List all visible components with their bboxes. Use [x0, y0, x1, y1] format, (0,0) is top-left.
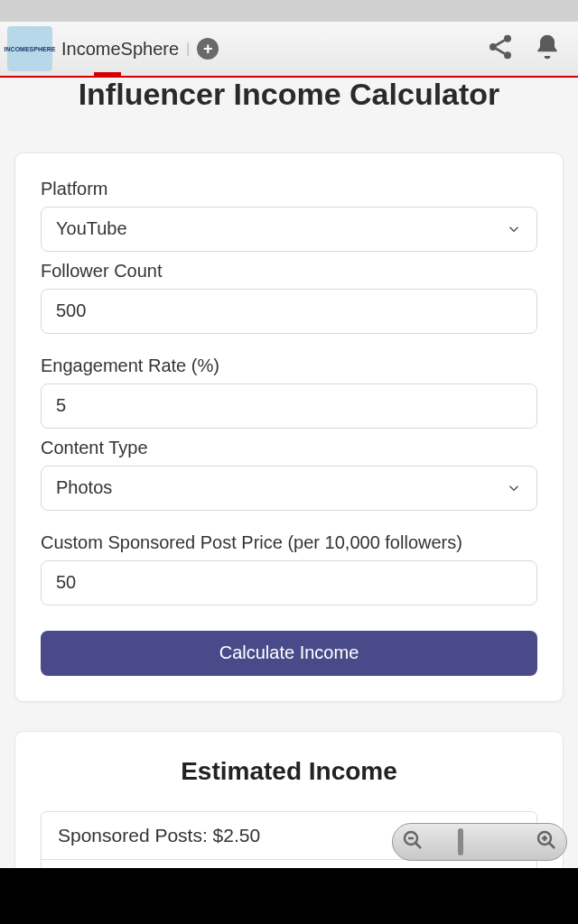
page-title: Influencer Income Calculator — [14, 76, 564, 113]
add-icon[interactable]: + — [197, 38, 219, 60]
notification-icon[interactable] — [533, 32, 562, 65]
header-divider: | — [186, 41, 190, 57]
custom-price-value: 50 — [56, 572, 76, 593]
zoom-thumb[interactable] — [458, 828, 463, 855]
platform-select[interactable]: YouTube — [41, 207, 537, 252]
app-header: INCOMESPHERE IncomeSphere | + — [0, 22, 578, 78]
content-type-value: Photos — [56, 477, 112, 498]
red-marker — [94, 72, 121, 78]
status-bar — [0, 0, 578, 22]
content-area: Influencer Income Calculator Platform Yo… — [0, 76, 578, 924]
svg-line-4 — [415, 843, 421, 848]
zoom-slider[interactable] — [431, 839, 528, 845]
results-title: Estimated Income — [41, 757, 537, 786]
platform-label: Platform — [41, 179, 537, 199]
chevron-down-icon — [506, 480, 522, 496]
app-logo-text: INCOMESPHERE — [5, 46, 56, 52]
engagement-input[interactable]: 5 — [41, 383, 537, 429]
engagement-value: 5 — [56, 395, 66, 416]
zoom-out-icon[interactable] — [402, 829, 424, 855]
svg-point-0 — [504, 35, 511, 42]
custom-price-label: Custom Sponsored Post Price (per 10,000 … — [41, 532, 537, 553]
share-icon[interactable] — [486, 32, 515, 65]
custom-price-input[interactable]: 50 — [41, 560, 537, 605]
svg-point-2 — [504, 51, 511, 59]
zoom-control[interactable] — [392, 823, 567, 861]
calculator-form-card: Platform YouTube Follower Count 500 Enga… — [14, 152, 564, 702]
svg-point-1 — [489, 43, 497, 51]
chevron-down-icon — [506, 221, 522, 237]
content-type-select[interactable]: Photos — [41, 466, 537, 511]
svg-line-7 — [549, 843, 555, 848]
app-title: IncomeSphere — [61, 39, 179, 60]
follower-value: 500 — [56, 300, 86, 321]
engagement-label: Engagement Rate (%) — [41, 356, 537, 376]
follower-input[interactable]: 500 — [41, 289, 537, 334]
follower-label: Follower Count — [41, 261, 537, 282]
platform-value: YouTube — [56, 218, 127, 239]
calculate-button[interactable]: Calculate Income — [41, 631, 537, 676]
content-type-label: Content Type — [41, 438, 537, 458]
bottom-nav-bar — [0, 868, 578, 924]
zoom-in-icon[interactable] — [536, 829, 557, 855]
app-logo[interactable]: INCOMESPHERE — [7, 26, 52, 71]
